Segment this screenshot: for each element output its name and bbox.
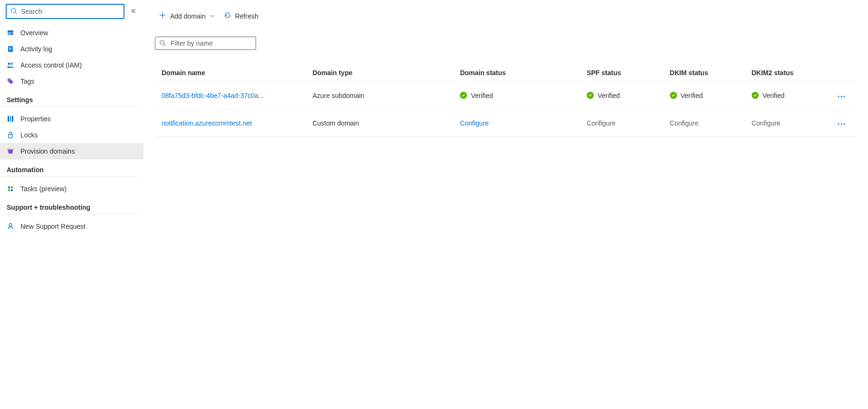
sidebar-item-tag[interactable]: Tags [0,73,143,89]
svg-point-30 [844,124,845,125]
th-domain-type[interactable]: Domain type [306,64,453,82]
svg-rect-3 [8,30,13,32]
sidebar-item-label: Tasks (preview) [20,185,67,193]
svg-rect-16 [8,186,10,188]
domain-name-link[interactable]: 08fa75d3-bfdc-4be7-a4ad-37c0a... [162,92,264,99]
iam-icon [7,61,14,69]
svg-rect-15 [9,135,12,138]
properties-icon [7,115,14,123]
svg-point-11 [9,79,10,80]
sidebar: OverviewActivity logAccess control (IAM)… [0,0,143,409]
domains-table: Domain name Domain type Domain status SP… [155,64,857,137]
svg-line-1 [15,12,17,14]
domain-name-link[interactable]: notification.azurecommtest.net [162,119,252,127]
main-content: Add domain Refresh Domain name [143,0,868,409]
filter-input[interactable] [171,39,254,47]
row-more-button[interactable] [836,121,847,127]
overview-icon [7,29,14,37]
sidebar-item-domain[interactable]: Provision domains [0,143,143,159]
sidebar-item-lock[interactable]: Locks [0,127,143,143]
search-icon [159,39,166,48]
sidebar-item-label: Overview [20,29,48,37]
th-spf-status[interactable]: SPF status [580,64,663,82]
svg-point-0 [11,8,16,12]
sidebar-group-header: Automation [0,161,138,177]
sidebar-item-tasks[interactable]: Tasks (preview) [0,181,143,197]
status-label: Verified [763,92,785,99]
svg-point-10 [11,63,13,65]
svg-rect-8 [9,49,11,50]
svg-point-9 [8,63,10,65]
row-more-button[interactable] [836,94,847,99]
add-domain-button[interactable]: Add domain [159,10,215,22]
svg-rect-7 [9,49,12,49]
status-verified: Verified [670,92,703,99]
svg-point-25 [838,96,839,97]
domain-icon [7,147,14,155]
plus-icon [159,11,166,20]
refresh-label: Refresh [235,12,258,20]
domain-type-cell: Azure subdomain [306,82,453,109]
svg-point-4 [11,33,13,35]
sidebar-item-label: Provision domains [20,147,75,155]
refresh-button[interactable]: Refresh [224,10,258,22]
tag-icon [7,78,14,85]
status-verified: Verified [587,92,620,99]
configure-link[interactable]: Configure [460,119,489,127]
search-icon [10,8,17,16]
svg-rect-17 [11,186,13,188]
th-dkim2-status[interactable]: DKIM2 status [745,64,827,82]
th-domain-status[interactable]: Domain status [453,64,580,82]
sidebar-item-properties[interactable]: Properties [0,111,143,127]
svg-rect-6 [9,48,12,48]
status-label: Verified [681,92,703,99]
sidebar-search-input[interactable] [21,8,120,15]
configure-disabled: Configure [587,119,616,127]
sidebar-group-header: Settings [0,91,138,107]
configure-disabled: Configure [670,119,699,127]
toolbar: Add domain Refresh [155,10,857,22]
status-label: Verified [471,92,493,99]
sidebar-item-iam[interactable]: Access control (IAM) [0,57,143,73]
sidebar-item-support[interactable]: New Support Request [0,218,143,234]
log-icon [7,45,14,53]
status-verified: Verified [752,92,785,99]
sidebar-item-label: Access control (IAM) [20,61,82,69]
svg-rect-12 [8,116,9,122]
check-circle-icon [752,92,759,99]
sidebar-item-label: New Support Request [20,223,86,230]
th-domain-name[interactable]: Domain name [155,64,306,82]
filter-box[interactable] [155,37,256,50]
domain-type-cell: Custom domain [306,109,453,137]
svg-point-23 [160,40,164,44]
add-domain-label: Add domain [170,12,206,20]
sidebar-group-header: Support + troubleshooting [0,199,138,214]
svg-point-27 [844,96,845,97]
svg-rect-19 [11,189,13,191]
sidebar-item-label: Locks [20,131,38,139]
svg-point-26 [841,96,842,97]
status-label: Verified [598,92,620,99]
svg-rect-13 [10,116,11,122]
svg-point-20 [9,224,12,226]
check-circle-icon [460,92,467,99]
refresh-icon [224,11,231,20]
th-dkim-status[interactable]: DKIM status [663,64,745,82]
sidebar-item-label: Tags [20,78,35,85]
sidebar-search[interactable] [6,4,124,19]
svg-point-28 [838,124,839,125]
tasks-icon [7,185,14,193]
sidebar-item-label: Activity log [20,45,52,53]
svg-rect-18 [8,189,10,191]
svg-point-29 [841,124,842,125]
table-row: 08fa75d3-bfdc-4be7-a4ad-37c0a... Azure s… [155,82,857,109]
svg-rect-14 [12,116,13,122]
svg-line-24 [164,44,166,46]
table-row: notification.azurecommtest.net Custom do… [155,109,857,137]
check-circle-icon [670,92,677,99]
sidebar-item-log[interactable]: Activity log [0,41,143,57]
lock-icon [7,131,14,139]
sidebar-item-overview[interactable]: Overview [0,25,143,41]
chevron-down-icon [210,12,215,20]
collapse-sidebar-button[interactable] [128,6,138,17]
